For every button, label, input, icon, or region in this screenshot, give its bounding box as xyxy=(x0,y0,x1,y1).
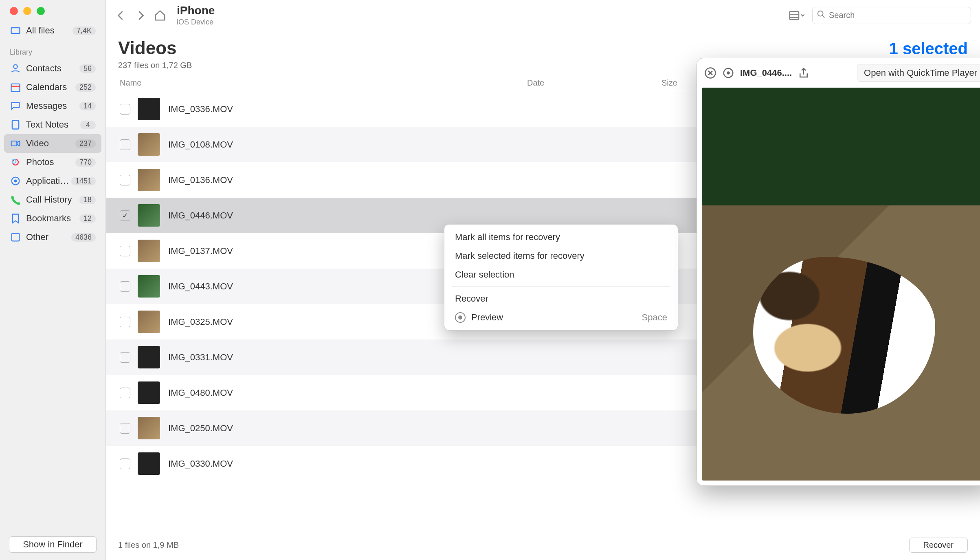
row-checkbox[interactable] xyxy=(120,281,130,292)
row-checkbox[interactable] xyxy=(120,352,130,363)
video-thumbnail xyxy=(138,98,160,120)
recover-button[interactable]: Recover xyxy=(909,538,968,553)
column-date[interactable]: Date xyxy=(527,78,661,88)
sidebar-item-other[interactable]: Other 4636 xyxy=(4,228,101,247)
sidebar-item-applications-photo[interactable]: Applications photo 1451 xyxy=(4,172,101,190)
row-checkbox[interactable] xyxy=(120,423,130,434)
home-button[interactable] xyxy=(154,9,166,22)
preview-image xyxy=(702,88,980,481)
ctx-recover[interactable]: Recover xyxy=(444,289,678,308)
preview-target-icon[interactable] xyxy=(722,67,734,79)
ctx-preview[interactable]: Preview Space xyxy=(444,308,678,327)
sidebar: All files 7,4K Library Contacts 56 Calen… xyxy=(0,0,106,560)
app-photo-icon xyxy=(10,175,21,187)
svg-rect-10 xyxy=(12,234,20,241)
photos-icon xyxy=(10,157,21,168)
video-thumbnail xyxy=(138,311,160,333)
row-checkbox[interactable] xyxy=(120,175,130,185)
row-checkbox[interactable] xyxy=(120,104,130,115)
row-checkbox[interactable] xyxy=(120,246,130,256)
sidebar-item-contacts[interactable]: Contacts 56 xyxy=(4,59,101,78)
sidebar-item-all-files[interactable]: All files 7,4K xyxy=(4,21,101,40)
open-with-button[interactable]: Open with QuickTime Player xyxy=(857,64,980,82)
svg-point-14 xyxy=(818,11,823,16)
ctx-shortcut: Space xyxy=(642,312,667,323)
ctx-mark-all[interactable]: Mark all items for recovery xyxy=(444,228,678,247)
ctx-mark-selected[interactable]: Mark selected items for recovery xyxy=(444,247,678,265)
sidebar-item-photos[interactable]: Photos 770 xyxy=(4,153,101,172)
video-thumbnail xyxy=(138,381,160,404)
message-icon xyxy=(10,100,21,112)
sidebar-item-call-history[interactable]: Call History 18 xyxy=(4,190,101,209)
window-controls xyxy=(0,0,105,15)
page-subtitle: 237 files on 1,72 GB xyxy=(118,61,192,70)
bookmark-icon xyxy=(10,213,21,224)
video-thumbnail xyxy=(138,204,160,227)
svg-rect-4 xyxy=(12,121,19,129)
row-checkbox[interactable] xyxy=(120,317,130,327)
view-mode-button[interactable] xyxy=(789,9,805,22)
calendar-icon xyxy=(10,82,21,93)
column-name[interactable]: Name xyxy=(120,78,527,88)
sidebar-section-header: Library xyxy=(4,40,101,59)
file-name: IMG_0480.MOV xyxy=(168,388,767,398)
svg-line-15 xyxy=(822,15,825,18)
close-window-button[interactable] xyxy=(10,7,18,15)
sidebar-item-calendars[interactable]: Calendars 252 xyxy=(4,78,101,97)
other-icon xyxy=(10,231,21,243)
footer-status: 1 files on 1,9 MB xyxy=(118,540,179,550)
note-icon xyxy=(10,119,21,130)
sidebar-item-bookmarks[interactable]: Bookmarks 12 xyxy=(4,209,101,228)
preview-file-name: IMG_0446.... xyxy=(740,68,792,78)
show-in-finder-button[interactable]: Show in Finder xyxy=(9,536,97,553)
search-input[interactable] xyxy=(829,11,967,20)
preview-close-button[interactable] xyxy=(704,67,716,79)
device-title: iPhone xyxy=(177,4,215,17)
contact-icon xyxy=(10,63,21,74)
file-name: IMG_0331.MOV xyxy=(168,352,767,363)
count-badge: 7,4K xyxy=(73,26,96,35)
ctx-separator xyxy=(452,287,670,287)
forward-button[interactable] xyxy=(134,9,147,22)
phone-icon xyxy=(10,194,21,205)
share-button[interactable] xyxy=(798,67,810,79)
svg-rect-2 xyxy=(11,84,20,92)
svg-point-18 xyxy=(727,71,730,75)
sidebar-item-label: All files xyxy=(26,25,73,36)
ctx-clear-selection[interactable]: Clear selection xyxy=(444,265,678,284)
search-box[interactable] xyxy=(812,7,971,24)
row-checkbox[interactable] xyxy=(120,459,130,469)
video-thumbnail xyxy=(138,240,160,262)
back-button[interactable] xyxy=(115,9,127,22)
minimize-window-button[interactable] xyxy=(23,7,31,15)
svg-point-9 xyxy=(14,180,17,183)
sidebar-item-video[interactable]: Video 237 xyxy=(4,134,101,153)
video-thumbnail xyxy=(138,133,160,156)
svg-rect-11 xyxy=(790,11,799,20)
file-name: IMG_0330.MOV xyxy=(168,459,767,469)
video-thumbnail xyxy=(138,452,160,475)
selected-count: 1 selected xyxy=(889,40,968,58)
search-icon xyxy=(817,10,826,21)
context-menu: Mark all items for recovery Mark selecte… xyxy=(444,224,678,331)
file-name: IMG_0446.MOV xyxy=(168,210,767,221)
sidebar-item-messages[interactable]: Messages 14 xyxy=(4,97,101,115)
eye-icon xyxy=(455,312,466,323)
file-name: IMG_0108.MOV xyxy=(168,139,767,150)
row-checkbox[interactable] xyxy=(120,210,130,221)
sidebar-item-text-notes[interactable]: Text Notes 4 xyxy=(4,115,101,134)
svg-rect-0 xyxy=(11,28,20,33)
footer: 1 files on 1,9 MB Recover xyxy=(106,530,980,560)
drive-icon xyxy=(10,25,21,36)
row-checkbox[interactable] xyxy=(120,139,130,150)
video-thumbnail xyxy=(138,275,160,298)
file-name: IMG_0336.MOV xyxy=(168,104,767,115)
file-name: IMG_0136.MOV xyxy=(168,175,767,185)
svg-rect-5 xyxy=(11,141,17,146)
video-icon xyxy=(10,138,21,149)
device-subtitle: iOS Device xyxy=(177,18,215,26)
video-thumbnail xyxy=(138,169,160,191)
zoom-window-button[interactable] xyxy=(37,7,45,15)
row-checkbox[interactable] xyxy=(120,388,130,398)
preview-panel: IMG_0446.... Open with QuickTime Player xyxy=(697,58,980,486)
